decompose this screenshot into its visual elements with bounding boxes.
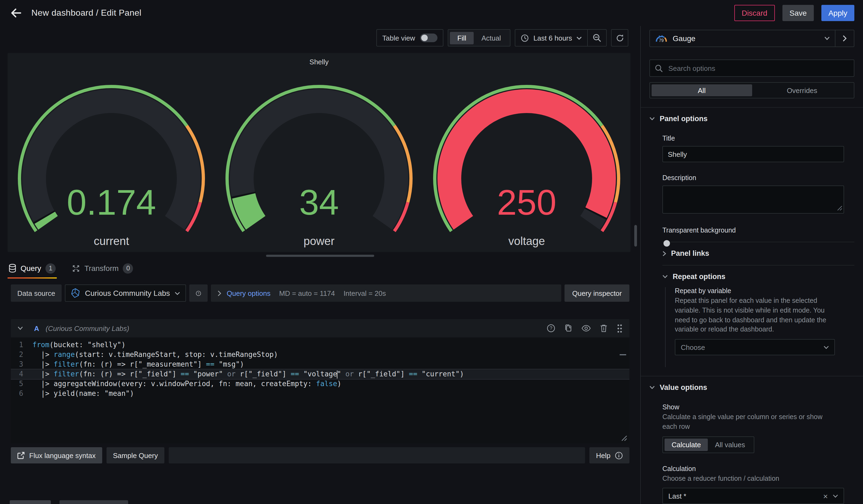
- footer-strip: [169, 447, 585, 464]
- code-text: |> filter(fn: (r) => r["_field"] == "pow…: [33, 369, 464, 379]
- time-range-label: Last 6 hours: [534, 34, 572, 42]
- calculation-description: Choose a reducer function / calculation: [662, 474, 837, 484]
- datasource-picker[interactable]: Curious Community Labs: [65, 285, 186, 302]
- trash-icon[interactable]: [600, 324, 608, 332]
- datasource-row: Data source Curious Community Labs ? Que…: [11, 285, 629, 302]
- table-view-label: Table view: [382, 34, 415, 42]
- actual-option[interactable]: Actual: [474, 32, 509, 44]
- options-sidebar: 79 Gauge All Overrides: [640, 26, 863, 504]
- repeat-description: Repeat this panel for each value in the …: [675, 297, 837, 335]
- search-icon: [655, 64, 663, 72]
- repeat-by-variable-label: Repeat by variable: [675, 287, 854, 295]
- code-line-3[interactable]: 3 |> filter(fn: (r) => r["_measurement"]…: [11, 360, 629, 369]
- all-values-option[interactable]: All values: [708, 438, 752, 451]
- help-circle-icon[interactable]: ?: [547, 324, 555, 332]
- query-ref-id[interactable]: A: [34, 324, 39, 332]
- main-scrollbar-thumb[interactable]: [634, 225, 637, 247]
- gauge-label: voltage: [508, 235, 545, 248]
- save-button[interactable]: Save: [783, 5, 814, 21]
- help-button[interactable]: Help: [590, 447, 630, 464]
- transform-count-badge: 0: [123, 263, 133, 273]
- refresh-icon: [616, 34, 624, 42]
- code-text: from(bucket: "shelly"): [33, 340, 125, 350]
- clock-icon: [521, 34, 529, 42]
- discard-button[interactable]: Discard: [734, 5, 775, 21]
- code-line-6[interactable]: 6 |> yield(name: "mean"): [11, 389, 629, 399]
- panel-resize-handle[interactable]: [266, 255, 374, 257]
- visualization-select[interactable]: 79 Gauge: [650, 34, 835, 43]
- flux-syntax-label: Flux language syntax: [29, 451, 96, 459]
- zoom-out-button[interactable]: [588, 30, 606, 46]
- chevron-down-icon: [649, 386, 655, 389]
- gauge-power: 34power: [215, 67, 423, 249]
- add-query-button-cutoff[interactable]: [10, 500, 51, 504]
- datasource-name: Curious Community Labs: [85, 289, 170, 298]
- gauge-label: current: [94, 235, 129, 248]
- section-title: Panel links: [671, 249, 709, 257]
- top-bar: New dashboard / Edit Panel Discard Save …: [0, 0, 863, 26]
- refresh-button[interactable]: [611, 29, 628, 47]
- tab-transform[interactable]: Transform 0: [71, 258, 134, 278]
- collapse-chevron-icon[interactable]: [17, 326, 23, 330]
- overview-ruler-marker: [620, 354, 626, 355]
- calculate-option[interactable]: Calculate: [665, 438, 708, 451]
- gauge-viz-icon: 79: [655, 34, 668, 43]
- panel-title-input[interactable]: [662, 146, 844, 162]
- options-search[interactable]: [649, 60, 854, 77]
- code-line-1[interactable]: 1from(bucket: "shelly"): [11, 340, 629, 350]
- section-repeat-options[interactable]: Repeat options: [662, 273, 854, 281]
- chevron-down-icon: [662, 275, 668, 278]
- section-panel-options[interactable]: Panel options: [649, 115, 854, 123]
- drag-handle-icon[interactable]: [616, 324, 623, 333]
- gauges-row: 0.174current34power250voltage: [8, 67, 630, 249]
- toggle-options-pane-button[interactable]: [835, 30, 854, 47]
- back-arrow-icon[interactable]: [9, 5, 24, 21]
- section-value-options[interactable]: Value options: [649, 383, 854, 391]
- tab-query-label: Query: [21, 264, 41, 273]
- time-range-picker[interactable]: Last 6 hours: [516, 30, 587, 46]
- flux-syntax-button[interactable]: Flux language syntax: [11, 447, 102, 464]
- repeat-select-placeholder: Choose: [681, 343, 824, 351]
- filter-tab-overrides[interactable]: Overrides: [752, 84, 852, 96]
- chevron-right-icon: [218, 290, 222, 296]
- panel-description-textarea[interactable]: [662, 186, 844, 214]
- query-editor-card: A (Curious Community Labs) ? 1from(bucke…: [11, 319, 629, 443]
- show-label: Show: [662, 403, 854, 411]
- tab-query[interactable]: Query 1: [8, 258, 57, 278]
- query-header: A (Curious Community Labs) ?: [11, 319, 629, 338]
- sample-query-button[interactable]: Sample Query: [107, 447, 164, 464]
- apply-button[interactable]: Apply: [821, 5, 854, 21]
- fill-option[interactable]: Fill: [450, 32, 474, 44]
- calculation-select[interactable]: Last * ×: [662, 488, 844, 504]
- info-circle-icon: [615, 451, 623, 459]
- query-inspector-button[interactable]: Query inspector: [564, 285, 629, 302]
- sample-query-label: Sample Query: [113, 451, 158, 459]
- datasource-help-button[interactable]: ?: [189, 285, 208, 302]
- title-label: Title: [662, 135, 854, 142]
- code-line-4[interactable]: 4 |> filter(fn: (r) => r["_field"] == "p…: [11, 369, 629, 380]
- gauge-panel[interactable]: Shelly 0.174current34power250voltage: [8, 53, 630, 252]
- query-options-bar[interactable]: Query options MD = auto = 1174 Interval …: [211, 285, 562, 302]
- gauge-voltage: 250voltage: [423, 67, 630, 249]
- code-line-5[interactable]: 5 |> aggregateWindow(every: v.windowPeri…: [11, 379, 629, 389]
- eye-icon[interactable]: [581, 325, 591, 332]
- clear-icon[interactable]: ×: [823, 492, 828, 501]
- zoom-out-icon: [593, 34, 601, 42]
- chevron-down-icon: [824, 36, 830, 40]
- chevron-down-icon: [649, 117, 655, 121]
- query-options-link[interactable]: Query options: [227, 289, 271, 297]
- editor-resize-corner-icon[interactable]: [621, 435, 627, 441]
- flux-code-editor[interactable]: 1from(bucket: "shelly")2 |> range(start:…: [11, 338, 629, 443]
- line-number: 1: [11, 340, 33, 350]
- table-view-toggle[interactable]: [420, 34, 437, 42]
- options-search-input[interactable]: [667, 64, 849, 73]
- code-text: |> range(start: v.timeRangeStart, stop: …: [33, 350, 278, 360]
- repeat-variable-select[interactable]: Choose: [675, 339, 835, 355]
- calculation-value: Last *: [668, 492, 823, 500]
- panel-toolbar: Table view Fill Actual Last 6 hours: [0, 26, 640, 50]
- filter-tab-all[interactable]: All: [652, 84, 752, 96]
- expression-button-cutoff[interactable]: [60, 500, 128, 504]
- code-line-2[interactable]: 2 |> range(start: v.timeRangeStart, stop…: [11, 350, 629, 360]
- section-panel-links[interactable]: Panel links: [662, 249, 854, 257]
- duplicate-icon[interactable]: [564, 324, 573, 332]
